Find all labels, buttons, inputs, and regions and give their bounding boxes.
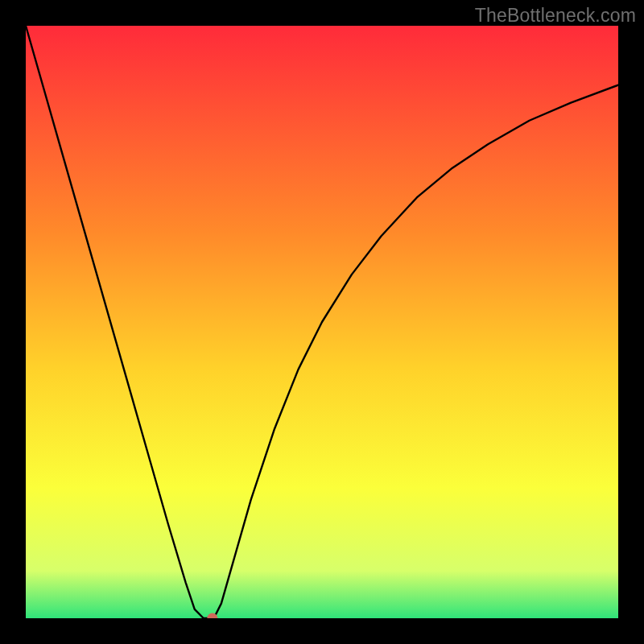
plot-area [26,26,618,618]
watermark-text: TheBottleneck.com [475,5,636,27]
chart-frame: TheBottleneck.com [0,0,644,644]
plot-svg [26,26,618,618]
